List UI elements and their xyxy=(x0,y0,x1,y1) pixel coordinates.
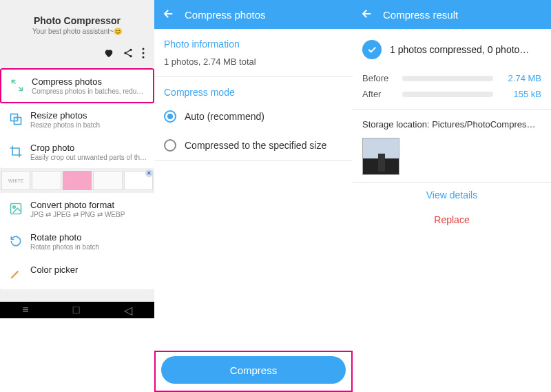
compress-icon xyxy=(8,76,26,94)
ad-tile xyxy=(63,171,92,190)
screen-photo-compressor-home: Photo Compressor Your best photo assista… xyxy=(0,0,154,318)
header-icon-row xyxy=(0,42,154,68)
before-value: 2.74 MB xyxy=(500,73,541,83)
divider xyxy=(154,160,353,161)
after-label: After xyxy=(362,89,395,99)
mode-specified-row[interactable]: Compressed to the specified size xyxy=(154,131,353,160)
screen-compress-result: Compress result 1 photos compressed, 0 p… xyxy=(353,0,551,310)
app-title: Photo Compressor xyxy=(7,15,147,26)
mode-specified-label: Compressed to the specified size xyxy=(185,140,326,151)
replace-link[interactable]: Replace xyxy=(353,207,551,232)
nav-back-icon[interactable]: ◁ xyxy=(124,304,132,317)
after-bar-row: After 155 kB xyxy=(353,86,551,102)
item-convert-format[interactable]: Convert photo format JPG ⇄ JPEG ⇄ PNG ⇄ … xyxy=(0,193,154,225)
tools-card-1: Compress photos Compress photos in batch… xyxy=(0,68,154,168)
back-icon[interactable] xyxy=(163,8,175,22)
mode-auto-row[interactable]: Auto (recommend) xyxy=(154,102,353,131)
item-title: Resize photos xyxy=(30,110,147,121)
before-bar-row: Before 2.74 MB xyxy=(353,70,551,86)
item-title: Color picker xyxy=(30,265,147,275)
tools-card-2: Convert photo format JPG ⇄ JPEG ⇄ PNG ⇄ … xyxy=(0,193,154,289)
item-subtitle: JPG ⇄ JPEG ⇄ PNG ⇄ WEBP xyxy=(30,211,147,218)
svg-point-9 xyxy=(13,206,15,208)
android-nav-bar: ≡ □ ◁ xyxy=(0,302,154,318)
item-title: Crop photo xyxy=(30,143,147,153)
before-bar-track xyxy=(402,76,493,81)
ad-tile xyxy=(32,171,61,190)
footer-button-area: Compress xyxy=(154,351,353,392)
result-summary-text: 1 photos compressed, 0 photo… xyxy=(390,44,529,55)
view-details-link[interactable]: View details xyxy=(353,183,551,207)
ad-tile: WHITE xyxy=(1,171,30,190)
rotate-icon xyxy=(7,232,25,250)
item-title: Compress photos xyxy=(32,76,146,87)
item-rotate-photo[interactable]: Rotate photo Rotate photos in batch xyxy=(0,225,154,258)
nav-home-icon[interactable]: □ xyxy=(73,304,80,316)
after-value: 155 kB xyxy=(500,89,541,99)
after-bar-track xyxy=(402,92,493,97)
app-subtitle: Your best photo assistant~😊 xyxy=(7,28,147,35)
item-title: Rotate photo xyxy=(30,232,147,243)
item-compress-photos[interactable]: Compress photos Compress photos in batch… xyxy=(0,68,154,103)
item-subtitle: Compress photos in batches, reduce p… xyxy=(32,87,146,95)
item-subtitle: Rotate photos in batch xyxy=(30,243,147,251)
share-icon[interactable] xyxy=(123,48,134,61)
result-thumbnail[interactable] xyxy=(362,138,399,175)
app-header: Photo Compressor Your best photo assista… xyxy=(0,0,154,42)
section-compress-mode: Compress mode xyxy=(154,77,353,102)
ad-banner[interactable]: WHITE ✕ xyxy=(0,168,154,193)
nav-menu-icon[interactable]: ≡ xyxy=(22,304,28,316)
resize-icon xyxy=(7,110,25,128)
radio-checked-icon xyxy=(164,110,176,123)
overflow-icon[interactable] xyxy=(142,48,145,61)
svg-rect-8 xyxy=(11,204,21,214)
photo-info-line: 1 photos, 2.74 MB total xyxy=(154,54,353,76)
picker-icon xyxy=(7,265,25,282)
before-label: Before xyxy=(362,73,395,83)
item-title: Convert photo format xyxy=(30,200,147,210)
item-crop-photo[interactable]: Crop photo Easily crop out unwanted part… xyxy=(0,136,154,168)
ad-close-icon[interactable]: ✕ xyxy=(145,169,153,177)
item-subtitle: Easily crop out unwanted parts of the… xyxy=(30,154,147,161)
heart-icon[interactable] xyxy=(103,48,114,61)
ad-tile xyxy=(93,171,122,190)
top-bar: Compress photos xyxy=(154,0,353,29)
svg-point-4 xyxy=(143,52,145,54)
convert-icon xyxy=(7,200,25,218)
result-summary-row: 1 photos compressed, 0 photo… xyxy=(353,29,551,70)
item-color-picker[interactable]: Color picker xyxy=(0,258,154,289)
check-icon xyxy=(362,40,382,59)
item-resize-photos[interactable]: Resize photos Resize photos in batch xyxy=(0,103,154,136)
svg-point-5 xyxy=(143,56,145,59)
top-bar-title: Compress photos xyxy=(185,9,266,21)
section-photo-info: Photo information xyxy=(154,29,353,54)
screen-compress-photos: Compress photos Photo information 1 phot… xyxy=(154,0,353,392)
item-subtitle: Resize photos in batch xyxy=(30,121,147,129)
storage-location: Storage location: Pictures/PhotoCompres… xyxy=(353,110,551,134)
compress-button[interactable]: Compress xyxy=(161,356,346,384)
top-bar-title: Compress result xyxy=(383,9,458,21)
svg-point-3 xyxy=(143,48,145,50)
back-icon[interactable] xyxy=(361,8,373,22)
top-bar: Compress result xyxy=(353,0,551,29)
crop-icon xyxy=(7,143,25,161)
radio-unchecked-icon xyxy=(164,139,176,152)
mode-auto-label: Auto (recommend) xyxy=(185,111,264,122)
